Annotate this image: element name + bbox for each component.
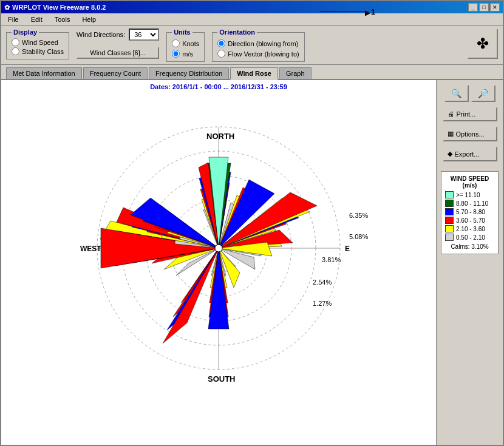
main-window: ✿ WRPLOT View Freeware 8.0.2 _ □ ✕ File … (0, 0, 504, 446)
tab-frequency-distribution[interactable]: Frequency Distribution (149, 67, 229, 79)
legend-color-2 (445, 208, 454, 215)
options-icon: ▦ (448, 130, 454, 138)
south-label: SOUTH (208, 374, 236, 383)
toolbar: Display Wind Speed Stability Class Wind … (1, 26, 503, 65)
date-label: Dates: 2016/1/1 - 00:00 ... 2016/12/31 -… (150, 80, 287, 93)
west-label: WEST (80, 245, 101, 253)
ms-input[interactable] (172, 50, 180, 58)
pct-254: 2.54% (313, 279, 332, 286)
legend-item-4: 2.10 - 3.60 (445, 225, 494, 232)
wind-speed-input[interactable] (12, 38, 19, 46)
units-options: Knots m/s (172, 39, 199, 58)
stability-class-input[interactable] (12, 47, 19, 55)
wind-speed-legend: WIND SPEED (m/s) >= 11.10 8.80 - 11.10 5… (441, 171, 499, 254)
menu-help[interactable]: Help (78, 15, 100, 24)
center-dot (215, 245, 222, 252)
ms-label: m/s (182, 50, 193, 58)
menu-tools[interactable]: Tools (51, 15, 74, 24)
legend-item-3: 3.60 - 5.70 (445, 217, 494, 224)
minimize-button[interactable]: _ (468, 3, 478, 12)
zoom-out-button[interactable]: 🔎 (471, 85, 495, 102)
title-bar: ✿ WRPLOT View Freeware 8.0.2 _ □ ✕ (1, 1, 503, 13)
calms-text: Calms: 3.10% (445, 243, 494, 250)
window-title: WRPLOT View Freeware 8.0.2 (12, 4, 106, 11)
direction-input[interactable] (217, 39, 225, 47)
direction-label: Direction (blowing from) (228, 40, 298, 47)
knots-label: Knots (182, 40, 199, 47)
units-label: Units (172, 29, 192, 36)
chart-area: Dates: 2016/1/1 - 00:00 ... 2016/12/31 -… (1, 80, 436, 445)
legend-color-3 (445, 217, 454, 224)
annotation-1: ▶ 1 (320, 7, 375, 16)
legend-item-1: 8.80 - 11.10 (445, 200, 494, 207)
legend-item-2: 5.70 - 8.80 (445, 208, 494, 215)
orientation-group: Orientation Direction (blowing from) Flo… (212, 29, 304, 62)
legend-color-4 (445, 225, 454, 232)
display-group: Display Wind Speed Stability Class (6, 29, 69, 59)
tab-frequency-count[interactable]: Frequency Count (83, 67, 148, 79)
wind-rose-svg: 6.35% 5.08% 3.81% 2.54% 1.27% NORTH SOUT… (43, 93, 395, 403)
export-icon: ◆ (448, 150, 452, 158)
tab-graph[interactable]: Graph (279, 67, 312, 79)
tab-met-data[interactable]: Met Data Information (6, 67, 82, 79)
title-bar-buttons: _ □ ✕ (468, 3, 500, 12)
stability-class-label: Stability Class (22, 48, 64, 55)
wind-speed-radio[interactable]: Wind Speed (12, 38, 64, 46)
wind-classes-button[interactable]: Wind Classes [6]... (77, 47, 159, 59)
pct-381: 3.81% (322, 256, 341, 263)
pct-508: 5.08% (349, 233, 368, 240)
flow-vector-radio[interactable]: Flow Vector (blowing to) (217, 50, 299, 58)
sidebar: 🔍 🔎 🖨 Print... ▦ Options... ◆ Export... (436, 80, 503, 445)
knots-radio[interactable]: Knots (172, 39, 199, 47)
compass-icon: ✤ (468, 29, 498, 59)
zoom-in-button[interactable]: 🔍 (444, 85, 469, 102)
north-label: NORTH (206, 132, 234, 141)
legend-item-5: 0.50 - 2.10 (445, 234, 494, 241)
flow-vector-input[interactable] (217, 50, 225, 58)
legend-color-5 (445, 234, 454, 241)
flow-vector-label: Flow Vector (blowing to) (228, 50, 299, 58)
main-area: Dates: 2016/1/1 - 00:00 ... 2016/12/31 -… (1, 80, 503, 445)
annotation-1-label: 1 (371, 7, 375, 16)
print-icon: 🖨 (448, 110, 454, 118)
wind-rose-container: 6.35% 5.08% 3.81% 2.54% 1.27% NORTH SOUT… (43, 93, 395, 409)
close-button[interactable]: ✕ (490, 3, 500, 12)
tabs-bar: Met Data Information Frequency Count Fre… (1, 65, 503, 80)
tab-wind-rose[interactable]: Wind Rose (230, 67, 278, 80)
pct-635: 6.35% (349, 212, 368, 219)
export-button[interactable]: ◆ Export... (443, 146, 497, 161)
zoom-row: 🔍 🔎 (444, 85, 495, 102)
display-options: Wind Speed Stability Class (12, 38, 64, 55)
units-group: Units Knots m/s (166, 29, 205, 62)
pct-127: 1.27% (313, 300, 332, 307)
wind-directions-row: Wind Directions: 36 16 8 (77, 29, 159, 41)
legend-item-0: >= 11.10 (445, 191, 494, 198)
ms-radio[interactable]: m/s (172, 50, 199, 58)
menu-file[interactable]: File (4, 15, 22, 24)
legend-color-1 (445, 200, 454, 207)
legend-color-0 (445, 191, 454, 198)
menu-bar: File Edit Tools Help (1, 13, 503, 26)
restore-button[interactable]: □ (479, 3, 489, 12)
wind-config: Wind Directions: 36 16 8 Wind Classes [6… (77, 29, 159, 59)
direction-radio[interactable]: Direction (blowing from) (217, 39, 299, 47)
knots-input[interactable] (172, 39, 180, 47)
stability-class-radio[interactable]: Stability Class (12, 47, 64, 55)
wind-speed-label: Wind Speed (22, 39, 58, 46)
options-button[interactable]: ▦ Options... (443, 126, 497, 141)
display-label: Display (12, 29, 39, 36)
orientation-options: Direction (blowing from) Flow Vector (bl… (217, 39, 299, 58)
orientation-label: Orientation (217, 29, 257, 36)
legend-title: WIND SPEED (m/s) (445, 175, 494, 189)
menu-edit[interactable]: Edit (27, 15, 46, 24)
annotation-area: ✤ (312, 29, 498, 59)
wind-directions-select[interactable]: 36 16 8 (129, 29, 159, 41)
title-bar-left: ✿ WRPLOT View Freeware 8.0.2 (4, 4, 106, 12)
print-button[interactable]: 🖨 Print... (443, 107, 497, 121)
east-label: E (345, 245, 350, 253)
app-icon: ✿ (4, 4, 10, 12)
wind-directions-label: Wind Directions: (77, 31, 125, 38)
